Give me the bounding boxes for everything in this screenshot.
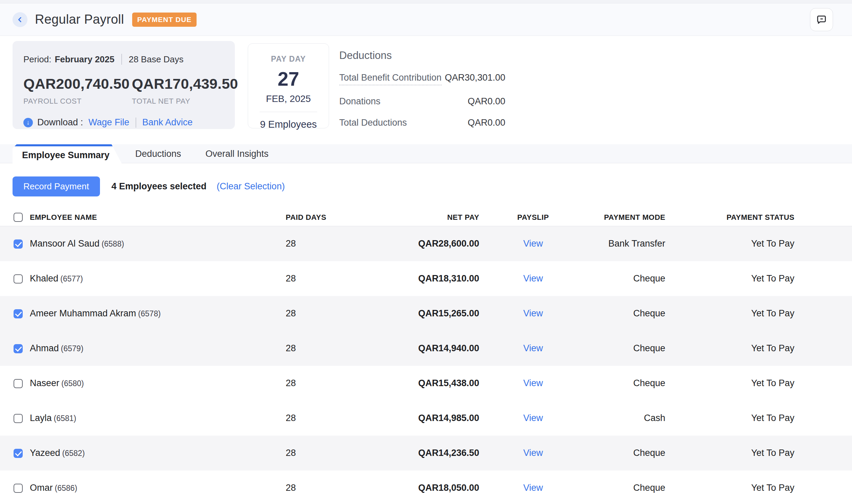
- record-payment-button[interactable]: Record Payment: [13, 177, 100, 196]
- payment-status-value: Yet To Pay: [665, 343, 794, 354]
- chevron-left-icon: [16, 16, 24, 23]
- tab-bar: Employee Summary Deductions Overall Insi…: [0, 144, 852, 163]
- payslip-view-link[interactable]: View: [523, 413, 543, 423]
- wage-file-link[interactable]: Wage File: [88, 117, 129, 128]
- employee-id: (6582): [63, 449, 85, 457]
- paid-days-value: 28: [286, 413, 367, 424]
- row-checkbox[interactable]: [14, 379, 23, 388]
- back-button[interactable]: [13, 12, 28, 27]
- payroll-cost-label: PAYROLL COST: [23, 97, 132, 106]
- payday-employee-count: 9 Employees: [248, 119, 329, 130]
- payment-status-value: Yet To Pay: [665, 413, 794, 424]
- deductions-summary: Deductions Total Benefit Contribution QA…: [339, 41, 505, 128]
- payroll-cost-value: QAR200,740.50: [23, 75, 132, 92]
- table-row[interactable]: Ameer Muhammad Akram(6578) 28 QAR15,265.…: [0, 296, 852, 331]
- comments-button[interactable]: [810, 8, 833, 31]
- payday-label: PAY DAY: [248, 55, 329, 64]
- employee-name: Naseer: [30, 378, 59, 388]
- deduction-label: Donations: [339, 96, 380, 107]
- table-row[interactable]: Mansoor Al Saud(6588) 28 QAR28,600.00 Vi…: [0, 226, 852, 261]
- bulk-actions-bar: Record Payment 4 Employees selected (Cle…: [0, 177, 852, 196]
- payment-status-value: Yet To Pay: [665, 378, 794, 389]
- payslip-view-link[interactable]: View: [523, 448, 543, 458]
- tab-deductions[interactable]: Deductions: [123, 144, 193, 163]
- employee-id: (6586): [55, 484, 77, 492]
- window-top-strip: [0, 0, 852, 3]
- paid-days-value: 28: [286, 238, 367, 249]
- row-checkbox[interactable]: [14, 344, 23, 353]
- col-net-pay: NET PAY: [367, 213, 479, 222]
- deduction-label: Total Deductions: [339, 118, 407, 128]
- active-tab-indicator: [13, 144, 123, 146]
- employee-id: (6581): [54, 414, 76, 423]
- net-pay-value: QAR18,050.00: [367, 483, 479, 493]
- col-paid-days: PAID DAYS: [286, 213, 367, 222]
- total-net-pay-label: TOTAL NET PAY: [132, 97, 240, 106]
- payslip-view-link[interactable]: View: [523, 343, 543, 353]
- payday-month-year: FEB, 2025: [248, 93, 329, 104]
- employee-name: Mansoor Al Saud: [30, 238, 100, 249]
- row-checkbox[interactable]: [14, 484, 23, 493]
- payday-day: 27: [248, 68, 329, 90]
- payment-mode-value: Cash: [587, 413, 665, 424]
- employee-id: (6588): [102, 239, 124, 248]
- payment-status-value: Yet To Pay: [665, 273, 794, 284]
- payslip-view-link[interactable]: View: [523, 378, 543, 388]
- payment-status-value: Yet To Pay: [665, 238, 794, 249]
- selected-count-text: 4 Employees selected: [111, 181, 207, 192]
- row-checkbox[interactable]: [14, 309, 23, 318]
- divider: [260, 112, 317, 112]
- payment-mode-value: Cheque: [587, 483, 665, 493]
- table-row[interactable]: Ahmad(6579) 28 QAR14,940.00 View Cheque …: [0, 331, 852, 366]
- paid-days-value: 28: [286, 343, 367, 354]
- row-checkbox[interactable]: [14, 449, 23, 458]
- employee-name: Yazeed: [30, 448, 60, 458]
- employee-table: EMPLOYEE NAME PAID DAYS NET PAY PAYSLIP …: [0, 209, 852, 504]
- table-row[interactable]: Omar(6586) 28 QAR18,050.00 View Cheque Y…: [0, 470, 852, 504]
- payment-mode-value: Cheque: [587, 273, 665, 284]
- table-row[interactable]: Layla(6581) 28 QAR14,985.00 View Cash Ye…: [0, 401, 852, 436]
- row-checkbox[interactable]: [14, 414, 23, 423]
- payment-mode-value: Cheque: [587, 343, 665, 354]
- net-pay-value: QAR14,940.00: [367, 343, 479, 354]
- row-checkbox[interactable]: [14, 239, 23, 249]
- paid-days-value: 28: [286, 273, 367, 284]
- base-days: 28 Base Days: [129, 54, 184, 65]
- bank-advice-link[interactable]: Bank Advice: [142, 117, 193, 128]
- payroll-summary-card: Period: February 2025 28 Base Days QAR20…: [13, 41, 235, 129]
- net-pay-value: QAR14,985.00: [367, 413, 479, 424]
- employee-id: (6580): [61, 379, 84, 388]
- deduction-label[interactable]: Total Benefit Contribution: [339, 72, 442, 85]
- payment-mode-value: Cheque: [587, 308, 665, 319]
- table-row[interactable]: Yazeed(6582) 28 QAR14,236.50 View Cheque…: [0, 436, 852, 470]
- payment-due-badge: PAYMENT DUE: [132, 13, 197, 27]
- employee-id: (6579): [61, 344, 83, 353]
- tab-overall-insights[interactable]: Overall Insights: [193, 144, 281, 163]
- table-header-row: EMPLOYEE NAME PAID DAYS NET PAY PAYSLIP …: [0, 209, 852, 226]
- deduction-value: QAR0.00: [468, 118, 505, 128]
- payslip-view-link[interactable]: View: [523, 308, 543, 318]
- tab-employee-summary[interactable]: Employee Summary: [13, 144, 123, 166]
- comment-bubble-icon: [816, 14, 827, 25]
- clear-selection-link[interactable]: (Clear Selection): [216, 181, 285, 192]
- net-pay-value: QAR15,265.00: [367, 308, 479, 319]
- download-label: Download :: [37, 117, 83, 128]
- divider: [121, 54, 122, 65]
- deductions-title: Deductions: [339, 50, 505, 62]
- deduction-value: QAR0.00: [468, 96, 505, 107]
- total-net-pay-value: QAR170,439.50: [132, 75, 240, 92]
- period-value: February 2025: [55, 54, 114, 65]
- row-checkbox[interactable]: [14, 274, 23, 284]
- payment-mode-value: Cheque: [587, 378, 665, 389]
- select-all-checkbox[interactable]: [14, 213, 23, 222]
- page-header: Regular Payroll PAYMENT DUE: [0, 3, 852, 36]
- payslip-view-link[interactable]: View: [523, 238, 543, 249]
- paid-days-value: 28: [286, 378, 367, 389]
- net-pay-value: QAR14,236.50: [367, 448, 479, 458]
- payment-status-value: Yet To Pay: [665, 448, 794, 458]
- table-row[interactable]: Naseer(6580) 28 QAR15,438.00 View Cheque…: [0, 366, 852, 401]
- table-row[interactable]: Khaled(6577) 28 QAR18,310.00 View Cheque…: [0, 261, 852, 296]
- payslip-view-link[interactable]: View: [523, 273, 543, 284]
- payment-status-value: Yet To Pay: [665, 483, 794, 493]
- payslip-view-link[interactable]: View: [523, 483, 543, 493]
